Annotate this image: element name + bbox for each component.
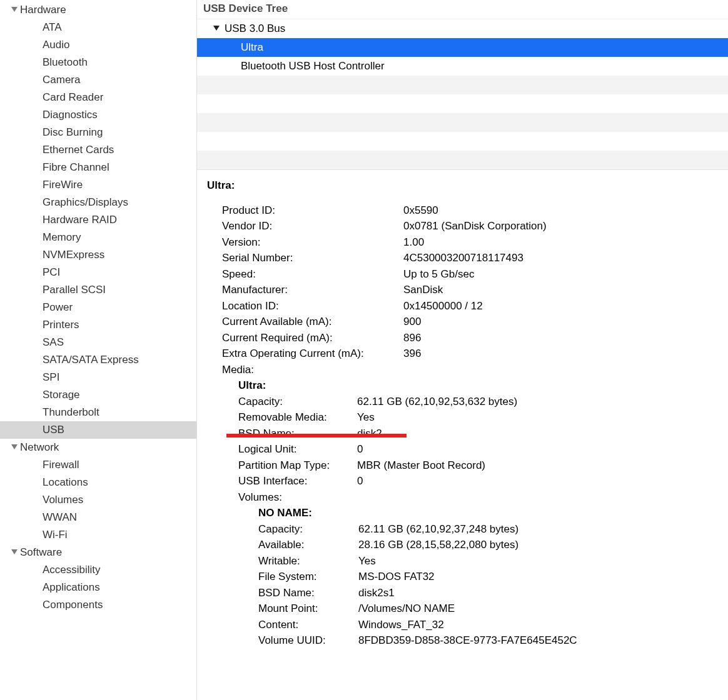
- tree-blank-row: [197, 151, 728, 169]
- sidebar-item-applications[interactable]: Applications: [0, 579, 196, 596]
- sidebar-item-memory[interactable]: Memory: [0, 229, 196, 246]
- sidebar-item-wi-fi[interactable]: Wi-Fi: [0, 526, 196, 544]
- detail-key: Current Available (mA):: [222, 314, 403, 330]
- detail-key: Product ID:: [222, 202, 403, 219]
- tree-blank-row: [197, 94, 728, 113]
- sidebar-item-ethernet-cards[interactable]: Ethernet Cards: [0, 141, 196, 159]
- volume-row: BSD Name:disk2s1: [207, 585, 722, 601]
- sidebar-item-fibre-channel[interactable]: Fibre Channel: [0, 159, 196, 176]
- detail-value: 4C530003200718117493: [403, 250, 722, 266]
- sidebar-item-power[interactable]: Power: [0, 299, 196, 316]
- detail-value: 0x14500000 / 12: [403, 298, 722, 314]
- sidebar-item-thunderbolt[interactable]: Thunderbolt: [0, 404, 196, 421]
- detail-row: Current Required (mA):896: [207, 330, 722, 346]
- sidebar-section-network[interactable]: Network: [0, 439, 196, 456]
- disclosure-triangle-icon[interactable]: [11, 549, 18, 554]
- sidebar[interactable]: HardwareATAAudioBluetoothCameraCard Read…: [0, 0, 197, 700]
- tree-bus-row[interactable]: USB 3.0 Bus: [197, 19, 728, 38]
- detail-value: 62.11 GB (62,10,92,37,248 bytes): [358, 521, 722, 538]
- sidebar-item-printers[interactable]: Printers: [0, 316, 196, 334]
- detail-key: USB Interface:: [238, 473, 357, 489]
- details-pane: Ultra:Product ID:0x5590Vendor ID:0x0781 …: [197, 170, 728, 700]
- disclosure-triangle-icon[interactable]: [11, 444, 18, 449]
- detail-value: 396: [403, 346, 722, 362]
- detail-row: Product ID:0x5590: [207, 202, 722, 219]
- media-row: Logical Unit:0: [207, 441, 722, 458]
- sidebar-item-audio[interactable]: Audio: [0, 36, 196, 54]
- media-row: Capacity:62.11 GB (62,10,92,53,632 bytes…: [207, 394, 722, 410]
- media-row: USB Interface:0: [207, 473, 722, 489]
- detail-row: Current Available (mA):900: [207, 314, 722, 330]
- sidebar-item-locations[interactable]: Locations: [0, 474, 196, 491]
- detail-row: Manufacturer:SanDisk: [207, 282, 722, 298]
- disclosure-triangle-icon[interactable]: [213, 26, 220, 31]
- detail-value: 0x5590: [403, 202, 722, 219]
- detail-value: MBR (Master Boot Record): [357, 458, 722, 474]
- device-tree[interactable]: USB 3.0 BusUltraBluetooth USB Host Contr…: [197, 19, 728, 170]
- sidebar-item-firewire[interactable]: FireWire: [0, 176, 196, 194]
- detail-value: disk2s1: [358, 585, 722, 601]
- tree-blank-row: [197, 76, 728, 94]
- sidebar-item-diagnostics[interactable]: Diagnostics: [0, 106, 196, 124]
- main-pane: USB Device Tree USB 3.0 BusUltraBluetoot…: [197, 0, 728, 700]
- tree-bus-label: USB 3.0 Bus: [225, 22, 285, 35]
- sidebar-item-usb[interactable]: USB: [0, 421, 196, 439]
- volume-row: Available:28.16 GB (28,15,58,22,080 byte…: [207, 537, 722, 553]
- detail-key: Logical Unit:: [238, 441, 357, 458]
- detail-key: Writable:: [258, 553, 358, 569]
- detail-value: Up to 5 Gb/sec: [403, 266, 722, 282]
- detail-key: Content:: [258, 617, 358, 633]
- detail-key: Manufacturer:: [222, 282, 403, 298]
- detail-row: Vendor ID:0x0781 (SanDisk Corporation): [207, 218, 722, 234]
- sidebar-item-bluetooth[interactable]: Bluetooth: [0, 54, 196, 71]
- detail-key: Serial Number:: [222, 250, 403, 266]
- sidebar-item-wwan[interactable]: WWAN: [0, 509, 196, 526]
- detail-key: Mount Point:: [258, 601, 358, 617]
- sidebar-item-ata[interactable]: ATA: [0, 19, 196, 36]
- sidebar-item-disc-burning[interactable]: Disc Burning: [0, 124, 196, 141]
- sidebar-item-card-reader[interactable]: Card Reader: [0, 89, 196, 106]
- sidebar-section-hardware[interactable]: Hardware: [0, 1, 196, 19]
- tree-device-row[interactable]: Bluetooth USB Host Controller: [197, 57, 728, 76]
- volume-row: File System:MS-DOS FAT32: [207, 569, 722, 585]
- tree-device-row[interactable]: Ultra: [197, 38, 728, 57]
- detail-key: Removable Media:: [238, 409, 357, 426]
- disclosure-triangle-icon[interactable]: [11, 7, 18, 12]
- sidebar-item-volumes[interactable]: Volumes: [0, 491, 196, 509]
- detail-value: 28.16 GB (28,15,58,22,080 bytes): [358, 537, 722, 553]
- detail-value: MS-DOS FAT32: [358, 569, 722, 585]
- detail-value: 896: [403, 330, 722, 346]
- sidebar-item-graphics-displays[interactable]: Graphics/Displays: [0, 194, 196, 211]
- sidebar-item-firewall[interactable]: Firewall: [0, 456, 196, 474]
- sidebar-section-software[interactable]: Software: [0, 544, 196, 561]
- sidebar-item-spi[interactable]: SPI: [0, 369, 196, 386]
- detail-row: Speed:Up to 5 Gb/sec: [207, 266, 722, 282]
- sidebar-item-parallel-scsi[interactable]: Parallel SCSI: [0, 281, 196, 299]
- details-title: Ultra:: [207, 178, 722, 194]
- detail-key: Capacity:: [238, 394, 357, 410]
- sidebar-item-pci[interactable]: PCI: [0, 264, 196, 281]
- highlight-annotation: [226, 434, 407, 438]
- sidebar-item-nvmexpress[interactable]: NVMExpress: [0, 246, 196, 264]
- sidebar-item-hardware-raid[interactable]: Hardware RAID: [0, 211, 196, 229]
- sidebar-item-components[interactable]: Components: [0, 596, 196, 614]
- volume-row: Capacity:62.11 GB (62,10,92,37,248 bytes…: [207, 521, 722, 538]
- detail-key: Speed:: [222, 266, 403, 282]
- sidebar-item-camera[interactable]: Camera: [0, 71, 196, 89]
- detail-value: 900: [403, 314, 722, 330]
- sidebar-item-accessibility[interactable]: Accessibility: [0, 561, 196, 579]
- detail-value: 0: [357, 441, 722, 458]
- sidebar-item-sas[interactable]: SAS: [0, 334, 196, 351]
- sidebar-item-sata-sata-express[interactable]: SATA/SATA Express: [0, 351, 196, 369]
- sidebar-item-storage[interactable]: Storage: [0, 386, 196, 404]
- volumes-label: Volumes:: [207, 489, 722, 506]
- detail-row: Version:1.00: [207, 234, 722, 251]
- detail-key: Extra Operating Current (mA):: [222, 346, 403, 362]
- detail-key: File System:: [258, 569, 358, 585]
- detail-value: 62.11 GB (62,10,92,53,632 bytes): [357, 394, 722, 410]
- volume-row: Content:Windows_FAT_32: [207, 617, 722, 633]
- detail-value: /Volumes/NO NAME: [358, 601, 722, 617]
- tree-blank-row: [197, 132, 728, 151]
- media-row: Removable Media:Yes: [207, 409, 722, 426]
- tree-blank-row: [197, 113, 728, 132]
